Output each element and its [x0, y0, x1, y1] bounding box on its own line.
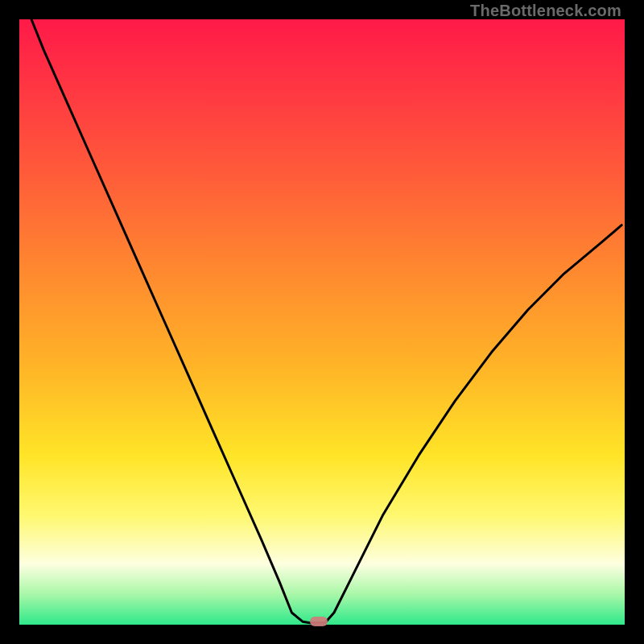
optimal-point-marker	[310, 617, 328, 626]
bottleneck-curve	[19, 19, 625, 625]
chart-frame: TheBottleneck.com	[0, 0, 644, 644]
plot-area	[19, 19, 625, 625]
watermark-text: TheBottleneck.com	[470, 2, 621, 20]
